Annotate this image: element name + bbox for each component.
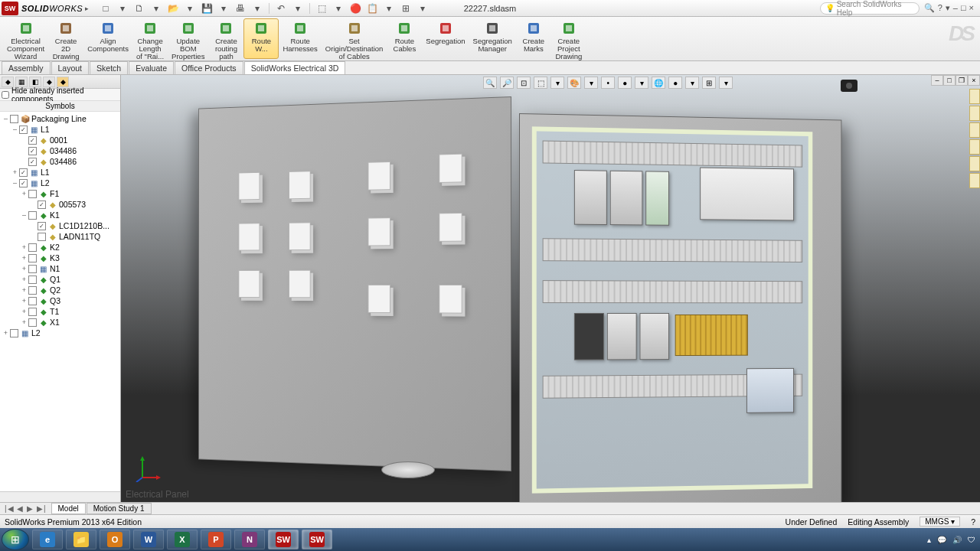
qat-button[interactable]: □ bbox=[98, 2, 113, 15]
tree-checkbox[interactable]: ✓ bbox=[38, 222, 46, 230]
task-pane-tab[interactable] bbox=[969, 173, 980, 188]
qat-button[interactable]: ▾ bbox=[250, 2, 265, 15]
task-pane-tab[interactable] bbox=[969, 89, 980, 104]
orientation-triad[interactable] bbox=[135, 456, 161, 482]
qat-button[interactable]: ▾ bbox=[182, 2, 198, 15]
tree-node[interactable]: –✓▦L1 bbox=[2, 124, 120, 135]
tree-checkbox[interactable]: ✓ bbox=[19, 126, 28, 134]
taskbar-app[interactable]: 📁 bbox=[66, 530, 96, 549]
viewport-tool-button[interactable]: ⊞ bbox=[702, 77, 716, 89]
ribbon-tab[interactable]: Assembly bbox=[2, 61, 51, 74]
ribbon-tab[interactable]: Office Products bbox=[175, 61, 243, 74]
qat-button[interactable]: 📂 bbox=[165, 2, 181, 15]
tree-checkbox[interactable] bbox=[28, 190, 37, 198]
tree-node[interactable]: +◆T1 bbox=[2, 306, 120, 317]
tree-node[interactable]: +✓▦L1 bbox=[2, 167, 120, 178]
tree-checkbox[interactable] bbox=[28, 211, 37, 220]
taskbar-app[interactable]: X bbox=[167, 530, 198, 549]
ribbon-tab[interactable]: Sketch bbox=[90, 61, 128, 74]
ribbon-button[interactable]: SetOrigin/Destinationof Cables bbox=[322, 18, 387, 59]
tree-checkbox[interactable] bbox=[28, 276, 37, 284]
ribbon-button[interactable]: Create2DDrawing bbox=[48, 18, 83, 59]
tree-node[interactable]: +▦L2 bbox=[2, 328, 120, 338]
qat-button[interactable]: ▾ bbox=[290, 2, 305, 15]
viewport-tool-button[interactable]: 🎨 bbox=[567, 77, 581, 89]
tree-node[interactable]: ✓◆LC1D1210B... bbox=[2, 220, 120, 231]
ribbon-button[interactable]: AlignComponents bbox=[83, 18, 132, 59]
tree-node[interactable]: +◆Q1 bbox=[2, 274, 120, 285]
ribbon-button[interactable]: ElectricalComponentWizard bbox=[3, 18, 48, 59]
viewport-tool-button[interactable]: ⊡ bbox=[517, 77, 531, 89]
tree-node[interactable]: ✓◆034486 bbox=[2, 145, 120, 156]
ribbon-button[interactable]: RouteCables bbox=[387, 18, 422, 59]
ribbon-button[interactable]: ChangeLengthof "Rai... bbox=[132, 18, 168, 59]
viewport-tool-button[interactable]: ▾ bbox=[685, 77, 699, 89]
qat-button[interactable]: ⊞ bbox=[398, 2, 413, 15]
panel-tab-icon[interactable]: ◆ bbox=[2, 77, 14, 87]
tree-checkbox[interactable]: ✓ bbox=[19, 168, 28, 177]
tree-checkbox[interactable] bbox=[28, 243, 37, 252]
task-pane-tab[interactable] bbox=[969, 139, 980, 155]
model-nav-buttons[interactable]: |◀ ◀ ▶ ▶| bbox=[0, 504, 51, 513]
feature-tree[interactable]: –📦Packaging Line–✓▦L1✓◆0001✓◆034486✓◆034… bbox=[0, 112, 120, 491]
tray-icon[interactable]: 🔊 bbox=[952, 536, 962, 544]
status-help-icon[interactable]: ? bbox=[971, 517, 975, 527]
tree-checkbox[interactable] bbox=[28, 254, 37, 262]
taskbar-app[interactable]: SW bbox=[302, 530, 332, 549]
tree-checkbox[interactable]: ✓ bbox=[28, 147, 37, 155]
tree-node[interactable]: ✓◆005573 bbox=[2, 199, 120, 210]
tree-checkbox[interactable] bbox=[28, 265, 37, 273]
ribbon-button[interactable]: CreateProjectDrawing bbox=[551, 18, 586, 59]
window-control-icon[interactable]: × bbox=[968, 3, 975, 12]
status-units[interactable]: MMGS ▾ bbox=[920, 517, 960, 527]
tree-node[interactable]: ✓◆034486 bbox=[2, 156, 120, 167]
tree-checkbox[interactable] bbox=[28, 297, 37, 305]
tree-checkbox[interactable] bbox=[10, 329, 18, 337]
tree-node[interactable]: +◆Q3 bbox=[2, 295, 120, 306]
ribbon-button[interactable]: RouteHarnesses bbox=[279, 18, 321, 59]
window-control-icon[interactable]: ▾ bbox=[944, 3, 952, 12]
viewport-tool-button[interactable]: ● bbox=[668, 77, 682, 89]
qat-button[interactable]: 📋 bbox=[364, 2, 380, 15]
tree-node[interactable]: +▦N1 bbox=[2, 263, 120, 274]
model-tab[interactable]: Motion Study 1 bbox=[87, 503, 152, 514]
qat-button[interactable]: ▾ bbox=[415, 2, 430, 15]
viewport-tool-button[interactable]: ▾ bbox=[719, 77, 733, 89]
start-button[interactable]: ⊞ bbox=[2, 529, 29, 550]
window-control-icon[interactable]: – bbox=[952, 3, 959, 12]
tree-checkbox[interactable]: ✓ bbox=[28, 158, 37, 166]
tree-node[interactable]: +◆F1 bbox=[2, 188, 120, 199]
qat-button[interactable]: 💾 bbox=[199, 2, 214, 15]
tree-node[interactable]: +◆K3 bbox=[2, 253, 120, 263]
tree-node[interactable]: ✓◆0001 bbox=[2, 135, 120, 145]
tray-icon[interactable]: 🛡 bbox=[968, 536, 975, 544]
panel-tab-icon[interactable]: ◆ bbox=[57, 77, 69, 87]
tree-checkbox[interactable] bbox=[28, 286, 37, 295]
ribbon-tab[interactable]: Evaluate bbox=[129, 61, 174, 74]
tree-checkbox[interactable] bbox=[28, 318, 37, 327]
panel-tab-icon[interactable]: ◧ bbox=[29, 77, 41, 87]
tree-node[interactable]: +◆K2 bbox=[2, 242, 120, 253]
tree-node[interactable]: ◆LADN11TQ bbox=[2, 231, 120, 242]
model-tab[interactable]: Model bbox=[51, 503, 86, 514]
viewport-tool-button[interactable]: 🔍 bbox=[483, 77, 497, 89]
panel-tab-icon[interactable]: ▦ bbox=[15, 77, 28, 87]
viewport-min-icon[interactable]: – bbox=[931, 75, 943, 86]
qat-button[interactable]: ▾ bbox=[115, 2, 130, 15]
taskbar-app[interactable]: W bbox=[133, 530, 164, 549]
tree-checkbox[interactable]: ✓ bbox=[19, 179, 28, 187]
qat-button[interactable]: 🔴 bbox=[348, 2, 363, 15]
viewport-tool-button[interactable]: ⬚ bbox=[534, 77, 547, 89]
system-tray[interactable]: ▴💬🔊🛡 bbox=[927, 536, 980, 544]
tray-icon[interactable]: ▴ bbox=[927, 536, 931, 544]
tree-node[interactable]: +◆X1 bbox=[2, 317, 120, 328]
tree-checkbox[interactable] bbox=[38, 233, 46, 241]
taskbar-app[interactable]: e bbox=[32, 530, 63, 549]
viewport-tool-button[interactable]: ▾ bbox=[550, 77, 564, 89]
viewport-max-icon[interactable]: □ bbox=[943, 75, 956, 86]
tree-node[interactable]: –📦Packaging Line bbox=[2, 113, 120, 124]
viewport-tool-button[interactable]: ▾ bbox=[635, 77, 648, 89]
qat-button[interactable]: ▾ bbox=[216, 2, 231, 15]
tree-checkbox[interactable] bbox=[28, 308, 37, 316]
tree-node[interactable]: –✓▦L2 bbox=[2, 178, 120, 188]
